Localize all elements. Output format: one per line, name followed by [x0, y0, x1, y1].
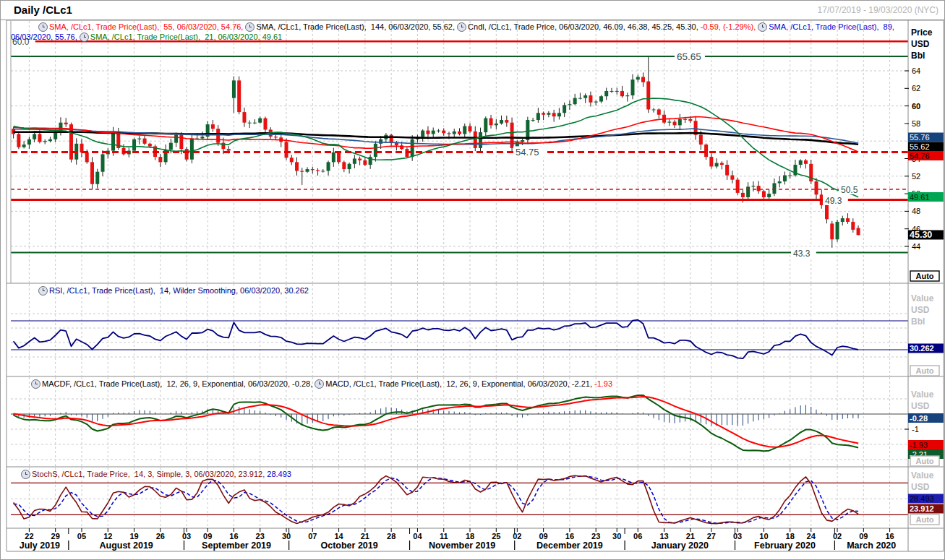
x-tick-03: 03 — [182, 532, 191, 540]
month-label: January 2020 — [651, 540, 709, 551]
x-tick-22: 22 — [25, 532, 33, 540]
clock-icon[interactable] — [31, 379, 40, 389]
legend-text: SMA, /CLc1, Trade Price(Last), 21, 06/03… — [90, 33, 282, 41]
x-tick-23: 23 — [256, 532, 265, 540]
x-tick-09: 09 — [203, 532, 212, 540]
x-tick-05: 05 — [77, 532, 86, 540]
x-tick-24: 24 — [807, 532, 816, 540]
svg-text:Bbl: Bbl — [911, 316, 925, 327]
x-tick-21: 21 — [361, 532, 369, 540]
x-tick-25: 25 — [492, 532, 500, 540]
svg-text:-0.28: -0.28 — [910, 414, 928, 423]
clock-icon[interactable] — [457, 22, 466, 32]
clock-icon[interactable] — [315, 379, 324, 389]
svg-text:58: 58 — [912, 119, 920, 128]
legend-text: StochS, /CLc1, Trade Price, 14, 3, Simpl… — [32, 470, 267, 478]
hline-label: 65.65 — [677, 51, 701, 62]
x-axis[interactable]: 2229051219260309162330071421280411182502… — [20, 528, 897, 551]
svg-text:62: 62 — [912, 84, 920, 92]
clock-icon[interactable] — [758, 22, 767, 32]
svg-text:64: 64 — [912, 66, 920, 75]
svg-text:Value: Value — [911, 470, 934, 481]
x-tick-30: 30 — [612, 532, 621, 540]
svg-text:48: 48 — [912, 207, 920, 215]
price-legend-row-1: SMA, /CLc1, Trade Price(Last), 55, 06/03… — [38, 22, 897, 32]
x-tick-10: 10 — [759, 532, 768, 540]
x-tick-16: 16 — [229, 532, 238, 540]
month-label: July 2019 — [20, 540, 60, 551]
hline-label: 54.75 — [516, 147, 539, 158]
clock-icon[interactable] — [80, 33, 89, 42]
legend-text: MACD, /CLc1, Trade Price(Last), 12, 26, … — [325, 379, 594, 388]
month-label: September 2019 — [202, 540, 271, 551]
month-label: August 2019 — [99, 540, 153, 551]
svg-text:-1.93: -1.93 — [910, 441, 928, 449]
x-tick-29: 29 — [51, 532, 60, 540]
x-tick-03: 03 — [733, 532, 742, 540]
svg-text:54.76: 54.76 — [910, 152, 930, 160]
stoch-legend: StochS, /CLc1, Trade Price, 14, 3, Simpl… — [21, 469, 291, 479]
x-tick-14: 14 — [334, 532, 343, 540]
auto-scale-button[interactable]: Auto — [910, 456, 939, 466]
svg-text:60: 60 — [912, 102, 920, 111]
svg-text:USD: USD — [911, 305, 930, 315]
svg-text:Value: Value — [911, 293, 934, 303]
legend-text: SMA, /CLc1, Trade Price(Last), 55, 06/03… — [49, 22, 245, 31]
x-tick-11: 11 — [440, 532, 448, 540]
x-tick-06: 06 — [633, 532, 642, 540]
macd-legend: MACDF, /CLc1, Trade Price(Last), 12, 26,… — [31, 379, 612, 389]
legend-text: SMA, /CLc1, Trade Price(Last), 89, — [769, 22, 897, 31]
x-tick-21: 21 — [686, 532, 695, 540]
chart-window: Daily /CLc1 17/07/2019 - 19/03/2020 (NYC… — [0, 0, 945, 560]
x-tick-28: 28 — [387, 532, 395, 540]
hline-label: 43.3 — [793, 249, 811, 259]
x-tick-23: 23 — [591, 532, 600, 540]
x-tick-13: 13 — [659, 532, 668, 540]
svg-text:30.262: 30.262 — [910, 344, 934, 353]
svg-text:Auto: Auto — [915, 366, 933, 375]
price-legend-row-2: 06/03/2020, 55.76, SMA, /CLc1, Trade Pri… — [11, 32, 282, 42]
legend-text: -0.59, (-1.29%), — [701, 22, 758, 31]
auto-scale-button[interactable]: Auto — [910, 366, 939, 376]
x-tick-12: 12 — [103, 532, 112, 540]
legend-text: Cndl, /CLc1, Trade Price, 06/03/2020, 46… — [468, 22, 701, 31]
clock-icon[interactable] — [38, 22, 48, 32]
hline-label: 49.3 — [825, 196, 842, 206]
svg-text:55.62: 55.62 — [910, 142, 930, 151]
x-tick-16: 16 — [885, 532, 894, 540]
x-tick-19: 19 — [129, 532, 138, 540]
svg-text:USD: USD — [911, 39, 930, 49]
svg-text:Auto: Auto — [915, 515, 933, 524]
hline-label: 50.5 — [841, 185, 858, 195]
svg-text:USD: USD — [911, 401, 930, 411]
svg-text:49.61: 49.61 — [910, 193, 930, 202]
right-axis[interactable]: PriceUSDBblValueUSDBblValueUSDValueUSD64… — [905, 27, 944, 514]
svg-text:Price: Price — [911, 27, 933, 38]
x-tick-02: 02 — [833, 532, 842, 540]
legend-text: MACDF, /CLc1, Trade Price(Last), 12, 26,… — [42, 379, 315, 388]
rsi-legend: RSI, /CLc1, Trade Price(Last), 14, Wilde… — [38, 285, 309, 296]
clock-icon[interactable] — [245, 22, 255, 32]
svg-text:44: 44 — [912, 242, 920, 251]
svg-text:Auto: Auto — [915, 457, 933, 465]
x-tick-18: 18 — [786, 532, 795, 540]
legend-text: SMA, /CLc1, Trade Price(Last), 144, 06/0… — [256, 22, 457, 31]
svg-text:23.912: 23.912 — [910, 504, 934, 513]
x-tick-02: 02 — [513, 532, 521, 540]
auto-scale-button[interactable]: Auto — [910, 514, 939, 525]
month-label: December 2019 — [536, 540, 603, 551]
svg-text:Bbl: Bbl — [911, 51, 925, 61]
x-tick-16: 16 — [565, 532, 574, 540]
auto-scale-button[interactable]: Auto — [910, 271, 939, 281]
legend-text: 06/03/2020, 55.76, — [11, 33, 80, 41]
x-tick-09: 09 — [539, 532, 547, 540]
legend-text: RSI, /CLc1, Trade Price(Last), 14, Wilde… — [49, 286, 309, 295]
svg-text:45.30: 45.30 — [910, 230, 932, 240]
x-tick-09: 09 — [859, 532, 868, 540]
clock-icon[interactable] — [38, 286, 48, 296]
legend-text: -1.93 — [594, 379, 612, 388]
clock-icon[interactable] — [21, 470, 30, 479]
x-tick-04: 04 — [413, 532, 422, 540]
gridlines — [11, 21, 908, 527]
month-label: March 2020 — [847, 540, 896, 551]
